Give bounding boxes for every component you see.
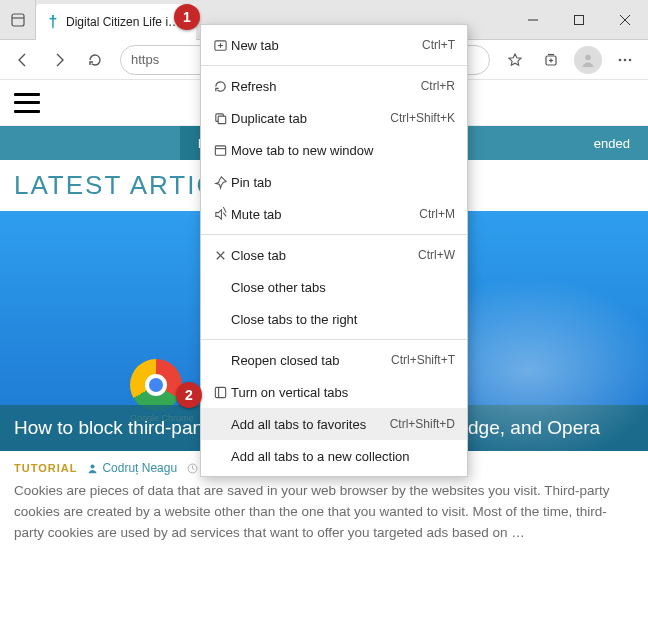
window-icon bbox=[209, 143, 231, 158]
tab-actions-icon bbox=[11, 13, 25, 27]
menu-pin-tab[interactable]: Pin tab bbox=[201, 166, 467, 198]
menu-new-tab[interactable]: New tab Ctrl+T bbox=[201, 29, 467, 61]
menu-reopen-closed-tab[interactable]: Reopen closed tab Ctrl+Shift+T bbox=[201, 344, 467, 376]
svg-point-11 bbox=[619, 58, 622, 61]
new-tab-icon bbox=[209, 38, 231, 53]
menu-move-to-window[interactable]: Move tab to new window bbox=[201, 134, 467, 166]
person-icon bbox=[87, 463, 98, 474]
collections-button[interactable] bbox=[534, 44, 568, 76]
svg-line-23 bbox=[223, 212, 226, 216]
callout-2: 2 bbox=[176, 382, 202, 408]
menu-refresh[interactable]: Refresh Ctrl+R bbox=[201, 70, 467, 102]
menu-mute-tab[interactable]: Mute tab Ctrl+M bbox=[201, 198, 467, 230]
menu-add-all-to-collection[interactable]: Add all tabs to a new collection bbox=[201, 440, 467, 472]
vertical-tabs-icon bbox=[209, 385, 231, 400]
duplicate-icon bbox=[209, 111, 231, 126]
article-author[interactable]: Codruț Neagu bbox=[87, 461, 177, 475]
nav-recommended[interactable]: ended bbox=[576, 126, 648, 160]
svg-point-12 bbox=[624, 58, 627, 61]
profile-button[interactable] bbox=[574, 46, 602, 74]
window-controls bbox=[510, 0, 648, 39]
svg-rect-20 bbox=[218, 116, 226, 124]
menu-vertical-tabs[interactable]: Turn on vertical tabs bbox=[201, 376, 467, 408]
svg-rect-3 bbox=[575, 15, 584, 24]
favorites-button[interactable] bbox=[498, 44, 532, 76]
menu-separator bbox=[201, 339, 467, 340]
svg-rect-0 bbox=[12, 14, 24, 26]
category-badge: TUTORIAL bbox=[14, 462, 77, 474]
tab-actions-button[interactable] bbox=[0, 0, 36, 39]
menu-close-tabs-right[interactable]: Close tabs to the right bbox=[201, 303, 467, 335]
menu-separator bbox=[201, 65, 467, 66]
forward-button[interactable] bbox=[42, 44, 76, 76]
pin-icon bbox=[209, 175, 231, 190]
menu-separator bbox=[201, 234, 467, 235]
svg-point-10 bbox=[585, 54, 591, 60]
svg-point-14 bbox=[91, 464, 95, 468]
settings-menu-button[interactable] bbox=[608, 44, 642, 76]
tab-title: Digital Citizen Life in a... bbox=[66, 15, 186, 29]
callout-1: 1 bbox=[174, 4, 200, 30]
minimize-button[interactable] bbox=[510, 0, 556, 39]
close-window-button[interactable] bbox=[602, 0, 648, 39]
menu-duplicate-tab[interactable]: Duplicate tab Ctrl+Shift+K bbox=[201, 102, 467, 134]
svg-line-24 bbox=[223, 207, 226, 213]
mute-icon bbox=[209, 207, 231, 222]
svg-rect-27 bbox=[215, 387, 225, 397]
menu-close-other-tabs[interactable]: Close other tabs bbox=[201, 271, 467, 303]
close-icon bbox=[209, 248, 231, 263]
back-button[interactable] bbox=[6, 44, 40, 76]
menu-add-all-to-favorites[interactable]: Add all tabs to favorites Ctrl+Shift+D bbox=[201, 408, 467, 440]
clock-icon bbox=[187, 463, 198, 474]
browser-tab[interactable]: † Digital Citizen Life in a... bbox=[36, 4, 196, 40]
hamburger-menu-button[interactable] bbox=[14, 93, 40, 113]
refresh-icon bbox=[209, 79, 231, 94]
svg-rect-21 bbox=[215, 145, 225, 154]
cross-favicon: † bbox=[46, 15, 60, 29]
maximize-button[interactable] bbox=[556, 0, 602, 39]
menu-close-tab[interactable]: Close tab Ctrl+W bbox=[201, 239, 467, 271]
address-text: https bbox=[131, 52, 159, 67]
tab-context-menu: New tab Ctrl+T Refresh Ctrl+R Duplicate … bbox=[200, 24, 468, 477]
svg-point-13 bbox=[629, 58, 632, 61]
article-excerpt: Cookies are pieces of data that are save… bbox=[0, 479, 648, 556]
refresh-button[interactable] bbox=[78, 44, 112, 76]
